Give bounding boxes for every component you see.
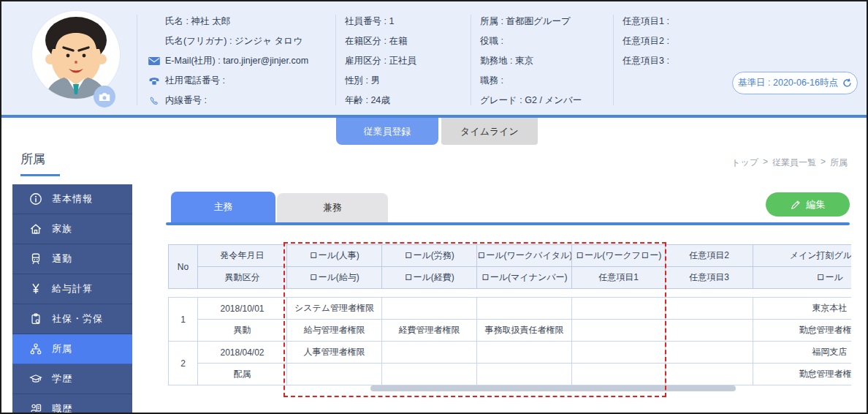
employee-detail-page: 氏名 : 神社 太郎 氏名(フリガナ) : ジンジャ タロウ E-Mail(社用… (0, 0, 868, 414)
sidebar-item-payroll[interactable]: 給与計算 (12, 274, 132, 304)
sidebar-item-insurance[interactable]: 社保・労保 (12, 304, 132, 334)
graduation-cap-icon (28, 372, 43, 385)
field-text: 氏名(フリガナ) : ジンジャ タロウ (165, 35, 302, 48)
cell: 給与管理者権限 (287, 320, 382, 342)
field-name: 氏名 : 神社 太郎 (148, 12, 308, 31)
field-text: 氏名 : 神社 太郎 (165, 15, 230, 28)
tab-employee-register[interactable]: 従業員登録 (336, 118, 438, 145)
cell: 人事管理者権限 (287, 342, 382, 364)
field-employee-no: 社員番号 : 1 (345, 12, 416, 31)
col-header: 異動区分 (198, 267, 287, 289)
base-date-button[interactable]: 基準日 : 2020-06-16時点 (732, 72, 858, 94)
cell (572, 342, 666, 364)
cell: 福岡支店 (753, 342, 852, 364)
cell (477, 298, 572, 320)
col-header: ロール(労務) (382, 245, 477, 267)
breadcrumb-separator: > (821, 157, 826, 169)
cell (572, 298, 666, 320)
sidebar-item-department[interactable]: 所属 (12, 334, 132, 364)
header-divider (471, 15, 471, 105)
cell (477, 364, 572, 385)
field-text: 内線番号 : (165, 94, 207, 107)
sidebar-item-commute[interactable]: 通勤 (12, 244, 132, 274)
cell (382, 342, 477, 364)
profile-column-1: 氏名 : 神社 太郎 氏名(フリガナ) : ジンジャ タロウ E-Mail(社用… (148, 12, 308, 110)
horizontal-scrollbar[interactable] (370, 385, 736, 391)
field-job-duty: 職務 : (480, 71, 582, 91)
field-text: 性別 : 男 (345, 75, 380, 87)
col-header: ロール(経費) (382, 267, 477, 289)
field-optional-3: 任意項目3 : (623, 51, 669, 71)
field-optional-2: 任意項目2 : (623, 31, 669, 51)
field-work-location: 勤務地 : 東京 (480, 51, 582, 71)
cell (382, 364, 477, 385)
tab-secondary-duty[interactable]: 兼務 (277, 193, 388, 222)
field-email: E-Mail(社用) : taro.jinjer@jinjer.com (148, 51, 308, 71)
field-extension: 内線番号 : (148, 91, 308, 110)
col-header: ロール(ワークフロー) (572, 245, 666, 267)
field-position: 役職 : (480, 31, 582, 51)
tab-primary-duty[interactable]: 主務 (171, 192, 275, 222)
cell (666, 342, 753, 364)
field-text: 職務 : (480, 75, 503, 87)
train-icon (28, 252, 43, 266)
field-department: 所属 : 首都圏グループ (480, 12, 582, 31)
profile-column-2: 社員番号 : 1 在籍区分 : 在籍 雇用区分 : 正社員 性別 : 男 年齢 … (345, 12, 416, 110)
change-photo-button[interactable] (94, 86, 115, 108)
field-enrollment: 在籍区分 : 在籍 (345, 31, 416, 51)
cell: システム管理者権限 (287, 298, 382, 320)
tab-label: 従業員登録 (364, 125, 411, 138)
cell-no: 1 (169, 298, 198, 342)
title-underline (20, 174, 60, 176)
cell: 勤怠管理者権限 (753, 364, 852, 385)
cell: 勤怠管理者権限 (753, 320, 852, 342)
table-header: No 発令年月日 ロール(人事) ロール(労務) ロール(ワークバイタル) ロー… (168, 244, 851, 289)
field-text: 任意項目3 : (623, 55, 669, 67)
cell (666, 298, 753, 320)
cell (572, 364, 666, 385)
sidebar-item-education[interactable]: 学歴 (12, 364, 132, 394)
field-company-phone: 社用電話番号 : (148, 71, 308, 91)
cell (666, 364, 753, 385)
sidebar-item-family[interactable]: 家族 (12, 214, 132, 244)
header-divider (613, 15, 614, 105)
edit-button[interactable]: 編集 (766, 192, 850, 217)
cell: 事務取扱責任者権限 (477, 320, 572, 342)
header-divider (335, 15, 336, 105)
base-date-label: 基準日 : 2020-06-16時点 (738, 77, 838, 89)
yen-icon (28, 282, 43, 296)
edit-label: 編集 (807, 198, 826, 211)
breadcrumb-employee-list[interactable]: 従業員一覧 (772, 157, 816, 169)
breadcrumb-top[interactable]: トップ (731, 157, 758, 169)
sidebar-item-basic-info[interactable]: 基本情報 (12, 184, 132, 214)
breadcrumb-separator: > (763, 157, 768, 169)
clipboard-icon (28, 312, 43, 325)
tab-label: 兼務 (323, 201, 342, 214)
cell: 異動 (198, 320, 287, 342)
breadcrumb: トップ > 従業員一覧 > 所属 (731, 157, 848, 169)
cell (666, 320, 753, 342)
field-text: 所属 : 首都圏グループ (480, 15, 571, 28)
page-title: 所属 (20, 151, 45, 168)
tab-timeline[interactable]: タイムライン (441, 118, 538, 145)
table-body: 1 2018/10/01 システム管理者権限 東京本社 異動 給与管理者権限 経… (168, 297, 851, 385)
cell (287, 364, 382, 385)
field-text: 社用電話番号 : (165, 75, 225, 87)
col-header: 発令年月日 (198, 245, 287, 267)
table-row: 配属 勤怠管理者権限 (169, 364, 852, 385)
field-text: 役職 : (480, 35, 503, 48)
field-text: E-Mail(社用) : taro.jinjer@jinjer.com (165, 55, 308, 67)
field-text: グレード : G2 / メンバー (480, 94, 582, 107)
pencil-icon (791, 200, 801, 210)
field-text: 勤務地 : 東京 (480, 55, 533, 67)
col-header: ロール(人事) (287, 245, 382, 267)
org-chart-icon (28, 342, 43, 355)
profile-column-4: 任意項目1 : 任意項目2 : 任意項目3 : (623, 12, 669, 71)
header-divider (137, 15, 137, 105)
tab-label: タイムライン (460, 125, 519, 138)
info-icon (28, 192, 43, 206)
col-header: 任意項目1 (572, 267, 666, 289)
field-employment-type: 雇用区分 : 正社員 (345, 51, 416, 71)
envelope-icon (148, 57, 161, 65)
sidebar-item-work-history[interactable]: 職歴 (12, 394, 132, 414)
